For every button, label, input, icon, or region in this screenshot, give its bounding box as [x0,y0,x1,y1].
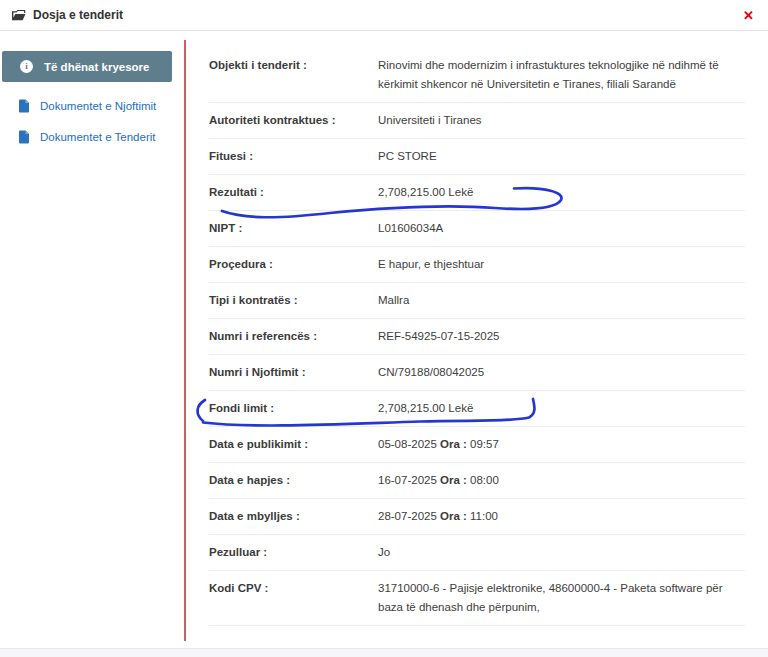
row-label: Kodi CPV : [209,579,378,598]
row-label: NIPT : [209,219,378,238]
info-icon: i [20,60,33,73]
row-label: Objekti i tenderit : [209,56,378,75]
tender-file-modal: Dosja e tenderit ✕ i Të dhënat kryesore … [0,0,768,657]
sidebar-item-label: Dokumentet e Njoftimit [40,100,156,112]
modal-header: Dosja e tenderit ✕ [0,0,768,31]
row-value: 2,708,215.00 Lekë [378,183,745,202]
detail-row-data-publikimit: Data e publikimit : 05-08-2025 Ora : 09:… [209,427,745,463]
red-vertical-divider [184,40,186,641]
row-value: Universiteti i Tiranes [378,111,745,130]
modal-title: Dosja e tenderit [33,8,123,22]
detail-row-referenca: Numri i referencës : REF-54925-07-15-202… [209,319,745,355]
row-label: Pezulluar : [209,543,378,562]
row-label: Proçedura : [209,255,378,274]
row-label: Fituesi : [209,147,378,166]
detail-row-tipi: Tipi i kontratës : Mallra [209,283,745,319]
row-value: 28-07-2025 Ora : 11:00 [378,507,745,526]
row-value: L01606034A [378,219,745,238]
file-icon [18,99,30,113]
detail-row-data-hapjes: Data e hapjes : 16-07-2025 Ora : 08:00 [209,463,745,499]
pen-paren-fondi-limit [198,400,205,421]
row-value: Mallra [378,291,745,310]
detail-row-fondi-limit: Fondi limit : 2,708,215.00 Lekë [209,391,745,427]
close-icon[interactable]: ✕ [740,7,757,24]
modal-footer-strip [0,648,768,657]
detail-row-kodi-cpv: Kodi CPV : 31710000-6 - Pajisje elektron… [209,571,745,626]
sidebar-item-label: Dokumentet e Tenderit [40,131,156,143]
row-value: 16-07-2025 Ora : 08:00 [378,471,745,490]
row-value: REF-54925-07-15-2025 [378,327,745,346]
row-label: Data e hapjes : [209,471,378,490]
row-label: Numri i Njoftimit : [209,363,378,382]
row-label: Rezultati : [209,183,378,202]
detail-row-objekti: Objekti i tenderit : Rinovimi dhe modern… [209,48,745,103]
row-label: Tipi i kontratës : [209,291,378,310]
row-value: Jo [378,543,745,562]
detail-row-fituesi: Fituesi : PC STORE [209,139,745,175]
sidebar-item-te-dhenat-kryesore[interactable]: i Të dhënat kryesore [2,51,172,82]
row-value: 31710000-6 - Pajisje elektronike, 486000… [378,579,745,617]
row-label: Data e mbylljes : [209,507,378,526]
row-value: Rinovimi dhe modernizim i infrastuktures… [378,56,745,94]
detail-row-rezultati: Rezultati : 2,708,215.00 Lekë [209,175,745,211]
modal-title-group: Dosja e tenderit [11,8,123,22]
row-value: 05-08-2025 Ora : 09:57 [378,435,745,454]
folder-open-icon [11,9,26,22]
row-label: Fondi limit : [209,399,378,418]
row-value: CN/79188/08042025 [378,363,745,382]
row-label: Numri i referencës : [209,327,378,346]
row-label: Data e publikimit : [209,435,378,454]
row-label: Autoriteti kontraktues : [209,111,378,130]
sidebar-item-dokumentet-e-njoftimit[interactable]: Dokumentet e Njoftimit [0,99,184,113]
row-value: E hapur, e thjeshtuar [378,255,745,274]
detail-row-autoriteti: Autoriteti kontraktues : Universiteti i … [209,103,745,139]
row-value: 2,708,215.00 Lekë [378,399,745,418]
detail-row-nipt: NIPT : L01606034A [209,211,745,247]
sidebar-item-dokumentet-e-tenderit[interactable]: Dokumentet e Tenderit [0,130,184,144]
detail-row-procedura: Proçedura : E hapur, e thjeshtuar [209,247,745,283]
sidebar: i Të dhënat kryesore Dokumentet e Njofti… [0,31,184,144]
sidebar-item-label: Të dhënat kryesore [44,61,149,73]
detail-row-pezulluar: Pezulluar : Jo [209,535,745,571]
row-value: PC STORE [378,147,745,166]
detail-row-data-mbylljes: Data e mbylljes : 28-07-2025 Ora : 11:00 [209,499,745,535]
tender-details: Objekti i tenderit : Rinovimi dhe modern… [209,48,745,626]
file-icon [18,130,30,144]
detail-row-njoftimi: Numri i Njoftimit : CN/79188/08042025 [209,355,745,391]
